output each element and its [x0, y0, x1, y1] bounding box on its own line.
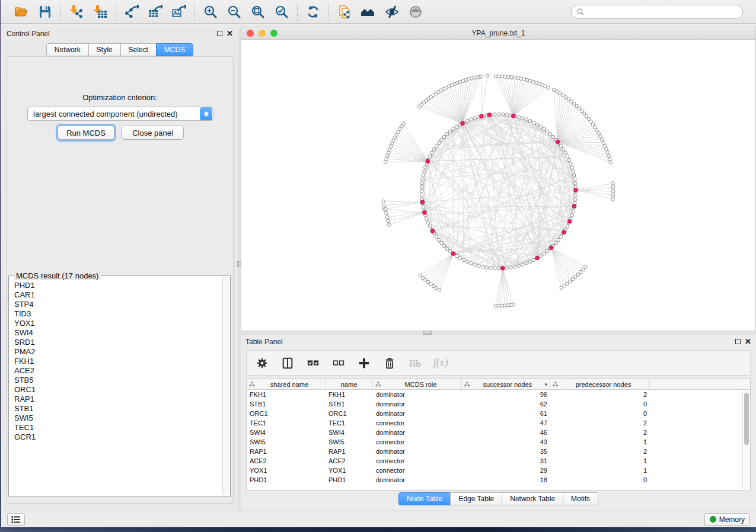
mcds-result-item[interactable]: STB1 [14, 404, 222, 414]
function-icon: f(x) [433, 356, 448, 370]
table-row[interactable]: TEC1TEC1connector472 [247, 418, 750, 428]
close-panel-icon[interactable]: ✕ [227, 31, 233, 36]
deselect-all-icon[interactable] [331, 356, 346, 370]
cell-successor-nodes: 46 [462, 429, 550, 436]
mcds-result-item[interactable]: PMA2 [14, 347, 222, 357]
mcds-result-item[interactable]: STB5 [14, 376, 222, 385]
cell-shared-name: STB1 [247, 400, 326, 408]
gear-icon[interactable] [255, 356, 269, 370]
export-image-icon[interactable] [171, 4, 187, 20]
search-box[interactable] [571, 5, 743, 19]
mcds-result-item[interactable]: SWI4 [14, 328, 222, 338]
close-panel-button[interactable]: Close panel [122, 126, 184, 140]
column-header-name[interactable]: name [326, 379, 373, 389]
mcds-result-item[interactable]: CAR1 [14, 290, 222, 300]
tab-node-table[interactable]: Node Table [398, 492, 451, 505]
mcds-result-item[interactable]: YOX1 [14, 319, 222, 328]
close-panel-icon[interactable]: ✕ [745, 339, 751, 344]
mcds-result-item[interactable]: ACE2 [14, 366, 222, 376]
zoom-out-icon[interactable] [227, 4, 242, 20]
mcds-result-item[interactable]: SRD1 [14, 338, 222, 347]
table-panel: Table Panel ✕ f(x) shared namenameMCDS r… [241, 335, 756, 511]
column-header-successor-nodes[interactable]: successor nodes▾ [462, 379, 550, 389]
splitter-handle[interactable] [423, 331, 432, 335]
cell-MCDS-role: dominator [373, 410, 462, 417]
memory-button[interactable]: Memory [704, 513, 750, 526]
cell-predecessor-nodes: 2 [550, 391, 650, 398]
tab-motifs[interactable]: Motifs [563, 492, 598, 505]
run-mcds-button[interactable]: Run MCDS [58, 126, 114, 140]
mcds-result-item[interactable]: GCR1 [14, 432, 222, 442]
export-table-icon[interactable] [148, 4, 163, 20]
list-icon [11, 514, 21, 525]
column-header-shared-name[interactable]: shared name [247, 379, 326, 389]
cell-successor-nodes: 96 [462, 391, 550, 398]
column-header-predecessor-nodes[interactable]: predecessor nodes [550, 379, 650, 389]
tab-mcds[interactable]: MCDS [156, 43, 193, 56]
open-session-icon[interactable] [14, 4, 29, 20]
hide-graphics-icon[interactable] [384, 4, 400, 20]
show-graphics-icon[interactable] [408, 4, 423, 20]
tab-network-table[interactable]: Network Table [502, 492, 563, 505]
cell-shared-name: TEC1 [247, 419, 326, 427]
tab-select[interactable]: Select [120, 43, 157, 56]
table-row[interactable]: ORC1ORC1dominator610 [247, 409, 750, 418]
export-network-icon[interactable] [124, 4, 139, 20]
mcds-result-item[interactable]: STP4 [14, 300, 222, 309]
tab-edge-table[interactable]: Edge Table [450, 492, 502, 505]
mcds-result-item[interactable]: SWI5 [14, 414, 222, 423]
tab-network[interactable]: Network [46, 43, 89, 56]
table-row[interactable]: YOX1YOX1connector291 [247, 466, 750, 475]
clone-network-icon[interactable] [337, 4, 352, 20]
import-network-icon[interactable] [69, 4, 84, 20]
control-panel-title: Control Panel [7, 30, 217, 38]
mcds-result-item[interactable]: FKH1 [14, 357, 222, 366]
show-panels-button[interactable] [7, 513, 25, 526]
node-table: shared namenameMCDS rolesuccessor nodes▾… [246, 379, 751, 491]
optimization-label: Optimization criterion: [2, 93, 238, 102]
import-table-icon[interactable] [92, 4, 108, 20]
column-header-MCDS-role[interactable]: MCDS role [373, 379, 462, 389]
table-row[interactable]: SWI5SWI5connector431 [247, 437, 750, 447]
cell-name: PHD1 [326, 476, 373, 483]
mcds-result-item[interactable]: TID3 [14, 309, 222, 319]
table-row[interactable]: FKH1FKH1dominator962 [247, 390, 750, 399]
optimization-dropdown[interactable]: largest connected component (undirected) [27, 107, 213, 121]
table-row[interactable]: SWI4SWI4dominator462 [247, 428, 750, 437]
search-input[interactable] [588, 8, 738, 16]
float-panel-icon[interactable] [735, 339, 741, 344]
tab-style[interactable]: Style [88, 43, 121, 56]
select-all-icon[interactable] [306, 356, 320, 370]
table-row[interactable]: PHD1PHD1dominator180 [247, 475, 750, 485]
add-column-icon[interactable] [357, 356, 371, 370]
float-panel-icon[interactable] [217, 31, 222, 36]
refresh-view-icon[interactable] [305, 4, 321, 20]
zoom-in-icon[interactable] [203, 4, 218, 20]
app-window: Control Panel ✕ NetworkStyleSelectMCDS O… [1, 0, 756, 527]
scrollbar-thumb[interactable] [744, 393, 749, 445]
network-canvas[interactable] [241, 40, 755, 331]
network-window-title: YPA_prune.txt_1 [241, 29, 755, 37]
cell-shared-name: ORC1 [247, 410, 326, 417]
sort-desc-icon: ▾ [544, 382, 547, 387]
table-row[interactable]: RAP1RAP1dominator352 [247, 447, 750, 456]
table-row[interactable]: STB1STB1dominator620 [247, 399, 750, 409]
cell-name: TEC1 [326, 419, 373, 427]
table-row[interactable]: ACE2ACE2connector311 [247, 456, 750, 466]
mcds-list-scrollbar[interactable] [222, 277, 229, 495]
table-scrollbar[interactable] [742, 391, 749, 489]
cell-successor-nodes: 43 [462, 438, 550, 446]
mcds-result-item[interactable]: ORC1 [14, 385, 222, 395]
delete-column-icon[interactable] [382, 356, 397, 370]
zoom-selected-icon[interactable] [274, 4, 289, 20]
mcds-result-item[interactable]: TEC1 [14, 423, 222, 432]
split-view-icon[interactable] [280, 356, 295, 370]
double-home-icon[interactable] [361, 4, 376, 20]
mcds-result-item[interactable]: RAP1 [14, 395, 222, 404]
zoom-fit-icon[interactable] [250, 4, 266, 20]
network-graph[interactable] [241, 40, 755, 331]
save-session-icon[interactable] [37, 4, 53, 20]
control-panel-header: Control Panel ✕ [2, 27, 238, 40]
mcds-result-item[interactable]: PHD1 [14, 281, 222, 290]
mcds-result-list[interactable]: PHD1CAR1STP4TID3YOX1SWI4SRD1PMA2FKH1ACE2… [10, 280, 222, 495]
